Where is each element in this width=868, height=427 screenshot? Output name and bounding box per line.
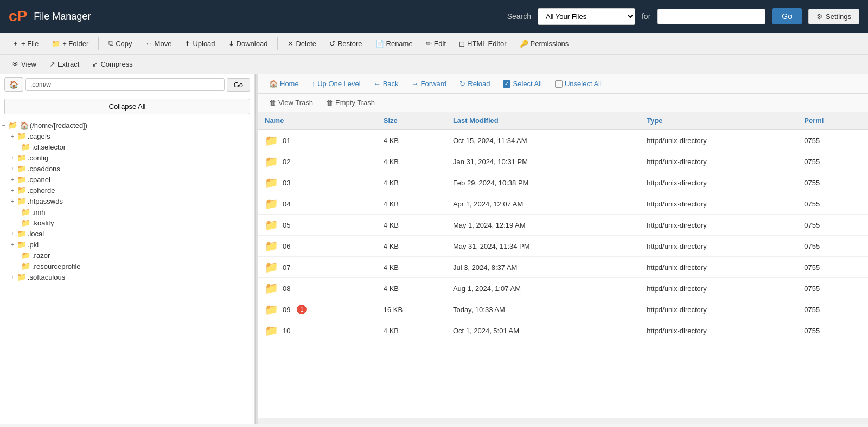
tree-item-htpasswds[interactable]: + 📁 .htpasswds [0,196,254,206]
table-row[interactable]: 📁 03 4 KBFeb 29, 2024, 10:38 PMhttpd/uni… [258,172,868,193]
file-name-cell: 📁 01 [258,130,377,151]
tree-item-imh[interactable]: 📁 .imh [0,206,254,217]
file-name[interactable]: 02 [283,158,290,166]
collapse-all-button[interactable]: Collapse All [4,99,250,114]
file-modified-cell: May 1, 2024, 12:19 AM [446,215,640,236]
permissions-button[interactable]: 🔑 Permissions [514,37,575,50]
view-button[interactable]: 👁 View [7,57,42,71]
horizontal-scrollbar[interactable] [258,418,868,424]
extract-button[interactable]: ↗ Extract [44,57,85,71]
file-modified-cell: Aug 1, 2024, 1:07 AM [446,278,640,299]
reload-button[interactable]: ↻ Reload [454,77,495,90]
col-name[interactable]: Name [258,112,377,130]
tree-item-koality[interactable]: 📁 .koality [0,217,254,228]
path-input[interactable] [25,78,225,91]
app-title: File Manager [34,11,91,22]
file-name[interactable]: 04 [283,200,290,208]
back-button[interactable]: ← Back [368,77,404,90]
file-name-cell: 📁 09 1 [258,299,377,320]
search-input[interactable] [657,9,765,24]
file-name[interactable]: 06 [283,242,290,250]
tree-item-cagefs[interactable]: + 📁 .cagefs [0,131,254,141]
table-row[interactable]: 📁 09 1 16 KBToday, 10:33 AMhttpd/unix-di… [258,299,868,320]
col-last-modified[interactable]: Last Modified [446,112,640,130]
tree-item-cl-selector[interactable]: 📁 .cl.selector [0,141,254,152]
sidebar-home-button[interactable]: 🏠 [4,77,23,92]
file-modified-cell: Today, 10:33 AM [446,299,640,320]
rename-button[interactable]: 📄 Rename [370,37,418,50]
restore-button[interactable]: ↺ Restore [324,37,368,50]
settings-button[interactable]: ⚙ Settings [808,9,859,24]
file-perms-cell: 0755 [797,299,868,320]
tree-item-resourceprofile[interactable]: 📁 .resourceprofile [0,261,254,271]
file-name[interactable]: 03 [283,179,290,187]
move-button[interactable]: ↔ Move [140,37,177,50]
folder-icon: 📁 [17,164,26,173]
tree-item-local[interactable]: + 📁 .local [0,228,254,239]
tree-label: .htpasswds [28,197,63,205]
table-row[interactable]: 📁 05 4 KBMay 1, 2024, 12:19 AMhttpd/unix… [258,215,868,236]
tree-label: .cphorde [28,186,55,195]
file-modified-cell: May 31, 2024, 11:34 PM [446,236,640,257]
col-size[interactable]: Size [377,112,446,130]
html-editor-button[interactable]: ◻ HTML Editor [454,37,512,50]
file-name[interactable]: 08 [283,284,290,293]
table-row[interactable]: 📁 06 4 KBMay 31, 2024, 11:34 PMhttpd/uni… [258,236,868,257]
file-name[interactable]: 01 [283,137,290,145]
tree-item-pki[interactable]: + 📁 .pki [0,239,254,250]
file-name[interactable]: 10 [283,327,290,335]
file-type-cell: httpd/unix-directory [640,320,797,341]
select-all-button[interactable]: ✓ Select All [497,77,547,90]
col-type[interactable]: Type [640,112,797,130]
download-button[interactable]: ⬇ Download [223,37,273,50]
upload-button[interactable]: ⬆ Upload [179,37,220,50]
file-perms-cell: 0755 [797,215,868,236]
empty-trash-button[interactable]: 🗑 Empty Trash [321,96,380,109]
view-trash-button[interactable]: 🗑 View Trash [264,96,318,109]
folder-icon: 📁 [265,324,278,337]
file-size-cell: 4 KB [377,193,446,215]
file-name[interactable]: 09 [283,306,290,314]
new-file-button[interactable]: ＋ + File [7,36,44,51]
table-row[interactable]: 📁 04 4 KBApr 1, 2024, 12:07 AMhttpd/unix… [258,193,868,215]
reload-icon: ↻ [459,80,465,88]
compress-button[interactable]: ↙ Compress [87,57,138,71]
tree-item-softaculous[interactable]: + 📁 .softaculous [0,271,254,282]
eye-icon: 👁 [12,60,19,68]
up-one-level-button[interactable]: ↑ Up One Level [307,77,366,90]
tree-item-config[interactable]: + 📁 .config [0,152,254,163]
table-row[interactable]: 📁 08 4 KBAug 1, 2024, 1:07 AMhttpd/unix-… [258,278,868,299]
path-go-button[interactable]: Go [227,78,250,92]
search-go-button[interactable]: Go [772,8,802,24]
tree-item-razor[interactable]: 📁 .razor [0,250,254,261]
tree-label: .local [28,230,44,238]
tree-item-root[interactable]: − 📁 🏠 (/home/[redacted]) [0,120,254,131]
unselect-all-button[interactable]: Unselect All [550,77,607,90]
tree-item-cpaddons[interactable]: + 📁 .cpaddons [0,163,254,174]
html-editor-icon: ◻ [459,40,465,48]
file-name[interactable]: 05 [283,221,290,229]
search-scope-select[interactable]: All Your Files File Names Only File Cont… [538,8,635,25]
forward-button[interactable]: → Forward [406,77,452,90]
copy-icon: ⧉ [108,39,113,48]
file-name[interactable]: 07 [283,263,290,271]
download-icon: ⬇ [228,40,234,48]
table-row[interactable]: 📁 01 4 KBOct 15, 2024, 11:34 AMhttpd/uni… [258,130,868,151]
forward-arrow-icon: → [412,80,419,88]
table-row[interactable]: 📁 07 4 KBJul 3, 2024, 8:37 AMhttpd/unix-… [258,257,868,278]
tree-item-cpanel[interactable]: + 📁 .cpanel [0,174,254,185]
copy-button[interactable]: ⧉ Copy [103,36,137,50]
plus-icon: ＋ [12,38,19,48]
home-nav-button[interactable]: 🏠 Home [264,77,304,90]
table-row[interactable]: 📁 02 4 KBJan 31, 2024, 10:31 PMhttpd/uni… [258,151,868,172]
new-folder-button[interactable]: 📁 + Folder [46,37,94,50]
delete-button[interactable]: ✕ Delete [282,37,322,50]
file-type-cell: httpd/unix-directory [640,130,797,151]
tree-item-cphorde[interactable]: + 📁 .cphorde [0,185,254,196]
file-modified-cell: Oct 1, 2024, 5:01 AM [446,320,640,341]
col-perms[interactable]: Permi [797,112,868,130]
edit-button[interactable]: ✏ Edit [420,37,451,50]
folder-icon: 📁 [265,155,278,168]
tree-label: .cpaddons [28,165,60,173]
table-row[interactable]: 📁 10 4 KBOct 1, 2024, 5:01 AMhttpd/unix-… [258,320,868,341]
